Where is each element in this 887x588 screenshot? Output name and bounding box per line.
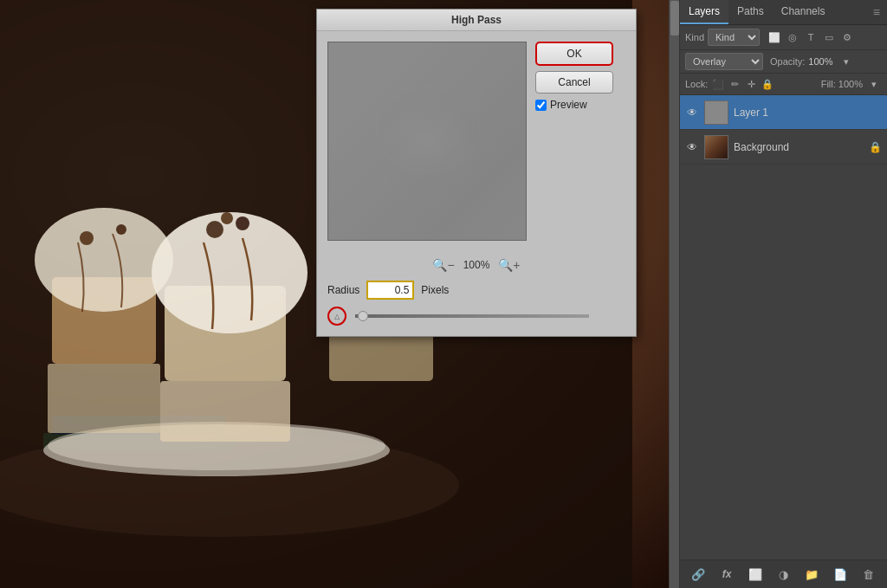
panel-close-icon[interactable]: ≡ xyxy=(870,2,884,23)
preview-image xyxy=(328,42,526,240)
svg-rect-12 xyxy=(160,381,290,442)
panel-tabs: Layers Paths Channels ≡ xyxy=(680,0,887,25)
scroll-thumb[interactable] xyxy=(670,1,679,36)
link-layers-icon[interactable]: 🔗 xyxy=(689,565,708,584)
lock-all-icon[interactable]: 🔒 xyxy=(761,77,774,91)
pixels-label: Pixels xyxy=(421,284,449,296)
zoom-out-icon[interactable]: 🔍− xyxy=(432,258,454,272)
panel-bottom: 🔗 fx ⬜ ◑ 📁 📄 🗑 xyxy=(680,559,887,588)
svg-rect-7 xyxy=(48,364,160,433)
delete-layer-icon[interactable]: 🗑 xyxy=(859,565,878,584)
svg-rect-19 xyxy=(328,42,527,241)
layer-name-1: Layer 1 xyxy=(734,107,882,119)
layers-list: 👁 Layer 1 👁 Background 🔒 xyxy=(680,95,887,559)
zoom-in-icon[interactable]: 🔍+ xyxy=(498,258,520,272)
svg-point-10 xyxy=(116,224,126,235)
kind-label: Kind xyxy=(685,32,704,42)
preview-row: Preview xyxy=(535,99,625,111)
adjustment-icon[interactable]: ◎ xyxy=(785,29,800,45)
svg-point-14 xyxy=(206,221,223,238)
lock-move-icon[interactable]: ✛ xyxy=(744,77,758,91)
blend-mode-dropdown[interactable]: Overlay Normal Multiply Screen xyxy=(685,53,763,70)
cancel-button[interactable]: Cancel xyxy=(535,71,613,94)
dialog-controls: OK Cancel Preview xyxy=(535,42,625,241)
lock-pixels-icon[interactable]: ⬛ xyxy=(711,77,725,91)
tab-channels[interactable]: Channels xyxy=(773,0,834,24)
layer-item[interactable]: 👁 Background 🔒 xyxy=(680,130,887,165)
lock-row: Lock: ⬛ ✏ ✛ 🔒 Fill: 100% ▾ xyxy=(680,74,887,95)
fill-label[interactable]: Fill: 100% xyxy=(821,79,863,89)
opacity-dropdown-icon[interactable]: ▾ xyxy=(838,54,854,69)
dialog-bottom: 🔍− 100% 🔍+ Radius 0.5 Pixels △ xyxy=(317,251,636,336)
layer-name-bg: Background xyxy=(734,141,864,153)
opacity-value[interactable]: 100% xyxy=(808,56,832,67)
image-filter-icon[interactable]: ⬜ xyxy=(767,29,782,45)
svg-point-9 xyxy=(80,231,94,245)
ok-button[interactable]: OK xyxy=(535,42,613,66)
zoom-percent: 100% xyxy=(463,259,490,271)
layers-panel: Layers Paths Channels ≡ Kind Kind ⬜ ◎ T … xyxy=(679,0,887,588)
adjustment-layer-icon[interactable]: ◑ xyxy=(774,565,793,584)
zoom-row: 🔍− 100% 🔍+ xyxy=(327,258,625,272)
kind-dropdown[interactable]: Kind xyxy=(708,29,760,46)
lock-position-icon[interactable]: ✏ xyxy=(728,77,741,91)
toolbar-icons: ⬜ ◎ T ▭ ⚙ xyxy=(767,29,855,45)
slider-row: △ xyxy=(327,307,625,326)
lock-label: Lock: xyxy=(685,79,708,89)
opacity-label: Opacity: xyxy=(770,56,805,67)
svg-point-15 xyxy=(236,216,249,230)
new-layer-icon[interactable]: 📄 xyxy=(831,565,850,584)
layer-thumbnail-1 xyxy=(704,100,728,125)
fx-icon[interactable]: fx xyxy=(717,565,736,584)
preview-label: Preview xyxy=(550,99,587,111)
radius-label: Radius xyxy=(327,284,359,296)
svg-point-8 xyxy=(35,208,173,312)
radius-slider[interactable] xyxy=(355,314,589,318)
radius-input[interactable]: 0.5 xyxy=(366,281,414,300)
text-filter-icon[interactable]: T xyxy=(803,29,819,45)
visibility-icon-bg[interactable]: 👁 xyxy=(685,140,699,154)
layer-item[interactable]: 👁 Layer 1 xyxy=(680,95,887,130)
new-group-icon[interactable]: 📁 xyxy=(802,565,821,584)
tab-layers[interactable]: Layers xyxy=(680,0,728,24)
lock-icons: ⬛ ✏ ✛ 🔒 xyxy=(711,77,774,91)
visibility-icon-layer1[interactable]: 👁 xyxy=(685,106,699,120)
blend-row: Overlay Normal Multiply Screen Opacity: … xyxy=(680,50,887,74)
dialog-preview[interactable] xyxy=(327,42,527,241)
tab-paths[interactable]: Paths xyxy=(728,0,773,24)
shape-filter-icon[interactable]: ▭ xyxy=(821,29,837,45)
layer-lock-icon: 🔒 xyxy=(869,141,882,153)
smart-filter-icon[interactable]: ⚙ xyxy=(839,29,855,45)
add-mask-icon[interactable]: ⬜ xyxy=(746,565,765,584)
high-pass-dialog: High Pass OK Cancel xyxy=(316,9,637,337)
svg-point-16 xyxy=(221,212,233,224)
canvas-scrollbar[interactable] xyxy=(669,0,679,588)
dialog-title: High Pass xyxy=(451,14,502,26)
dialog-titlebar: High Pass xyxy=(317,10,636,31)
layer-thumbnail-bg xyxy=(704,135,728,159)
slider-min-icon: △ xyxy=(327,307,346,326)
svg-point-13 xyxy=(152,212,308,333)
preview-checkbox[interactable] xyxy=(535,100,547,111)
kind-toolbar: Kind Kind ⬜ ◎ T ▭ ⚙ xyxy=(680,25,887,50)
fill-dropdown-icon[interactable]: ▾ xyxy=(866,76,882,92)
radius-row: Radius 0.5 Pixels xyxy=(327,281,625,300)
canvas-area: High Pass OK Cancel xyxy=(0,0,679,588)
